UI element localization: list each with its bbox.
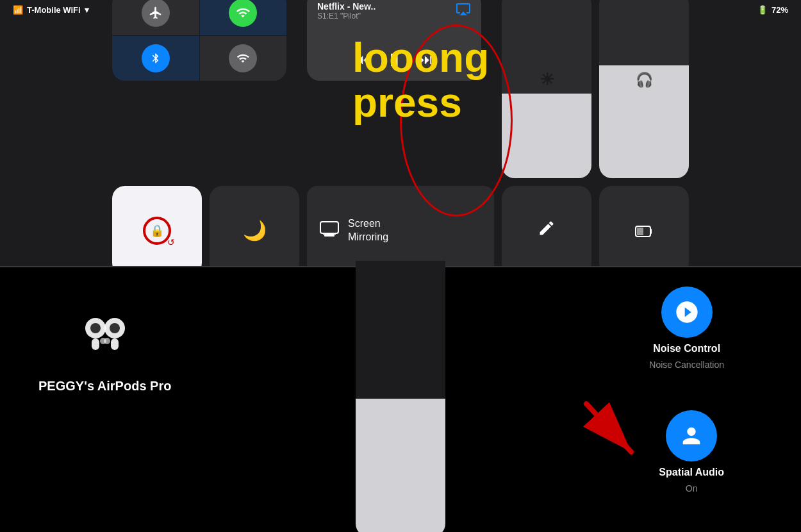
media-controls: ⏮ ⏸ ⏭: [317, 49, 471, 71]
noise-control-sub: Noise Cancellation: [649, 360, 724, 370]
notes-tile[interactable]: [502, 186, 591, 276]
do-not-disturb-tile[interactable]: 🌙: [210, 186, 299, 276]
airpods-section: PEGGY's AirPods Pro: [38, 306, 171, 394]
brightness-icon: ☀: [540, 70, 554, 90]
svg-rect-6: [92, 338, 99, 350]
skip-forward-button[interactable]: ⏭: [418, 51, 433, 68]
status-right: 🔋 72%: [754, 5, 788, 15]
rotation-arrow: ↺: [167, 237, 175, 247]
bluetooth-icon-circle: [142, 44, 170, 72]
bluetooth-cell[interactable]: [112, 36, 199, 81]
spatial-audio-circle[interactable]: [666, 410, 717, 461]
notes-svg: [538, 219, 556, 237]
spatial-audio-icon: [679, 423, 704, 449]
svg-point-10: [110, 323, 120, 333]
lock-symbol: 🔒: [150, 224, 164, 238]
control-center-grid: Netflix - New.. S1:E1 "Pilot" ⏮ ⏸ ⏭ ☀: [112, 0, 689, 276]
svg-rect-1: [324, 235, 334, 237]
cellular-icon-circle: [229, 44, 257, 72]
battery-tile[interactable]: [599, 186, 689, 276]
play-pause-button[interactable]: ⏸: [385, 49, 403, 71]
volume-slider[interactable]: 🎧: [599, 0, 689, 178]
battery-svg: [635, 226, 653, 237]
top-section: Netflix - New.. S1:E1 "Pilot" ⏮ ⏸ ⏭ ☀: [0, 0, 801, 266]
spatial-audio-sub: On: [686, 483, 698, 494]
svg-line-14: [586, 404, 631, 452]
cellular-cell[interactable]: [200, 36, 287, 81]
airpods-icon: [79, 306, 131, 366]
rotation-lock-icon: 🔒 ↺: [143, 217, 171, 245]
bottom-section: PEGGY's AirPods Pro Noise Control Noise …: [0, 266, 801, 532]
screen-mirror-svg: [320, 221, 339, 237]
svg-point-12: [104, 338, 110, 344]
noise-control-label: Noise Control: [653, 343, 720, 354]
slider-continuation: [356, 261, 445, 532]
carrier-label: T-Mobile WiFi: [27, 5, 81, 15]
wifi-icon: ▾: [85, 5, 89, 15]
noise-control-section[interactable]: Noise Control Noise Cancellation: [649, 287, 724, 370]
notes-icon: [538, 219, 556, 242]
screen-mirroring-label: Screen Mirroring: [348, 217, 388, 244]
svg-rect-2: [323, 233, 336, 235]
skip-back-button[interactable]: ⏮: [356, 51, 370, 68]
svg-point-7: [90, 323, 101, 333]
svg-rect-4: [637, 228, 643, 235]
cellular-icon: [236, 52, 249, 65]
airpods-name-label: PEGGY's AirPods Pro: [38, 379, 171, 394]
noise-control-icon: [674, 299, 700, 325]
signal-icon: 📶: [13, 5, 23, 15]
screen-mirror-icon: [320, 221, 339, 240]
airpods-svg: [79, 306, 131, 357]
battery-label: 72%: [772, 5, 788, 15]
rotation-lock-tile[interactable]: 🔒 ↺: [112, 186, 202, 276]
volume-icon: 🎧: [636, 72, 653, 88]
svg-rect-0: [320, 222, 338, 233]
battery-icon: 🔋: [757, 5, 768, 15]
moon-icon: 🌙: [243, 219, 267, 242]
brightness-fill: [502, 94, 591, 178]
bluetooth-icon: [150, 51, 161, 65]
svg-rect-9: [111, 338, 119, 350]
status-left: 📶 T-Mobile WiFi ▾: [13, 5, 89, 15]
spatial-audio-section[interactable]: Spatial Audio On: [659, 410, 724, 494]
battery-icon: [635, 220, 653, 242]
status-bar: 📶 T-Mobile WiFi ▾ 🔋 72%: [0, 0, 801, 19]
red-arrow: [574, 391, 650, 468]
noise-control-circle[interactable]: [661, 287, 713, 338]
brightness-slider[interactable]: ☀: [502, 0, 591, 178]
spatial-audio-label: Spatial Audio: [659, 467, 724, 478]
